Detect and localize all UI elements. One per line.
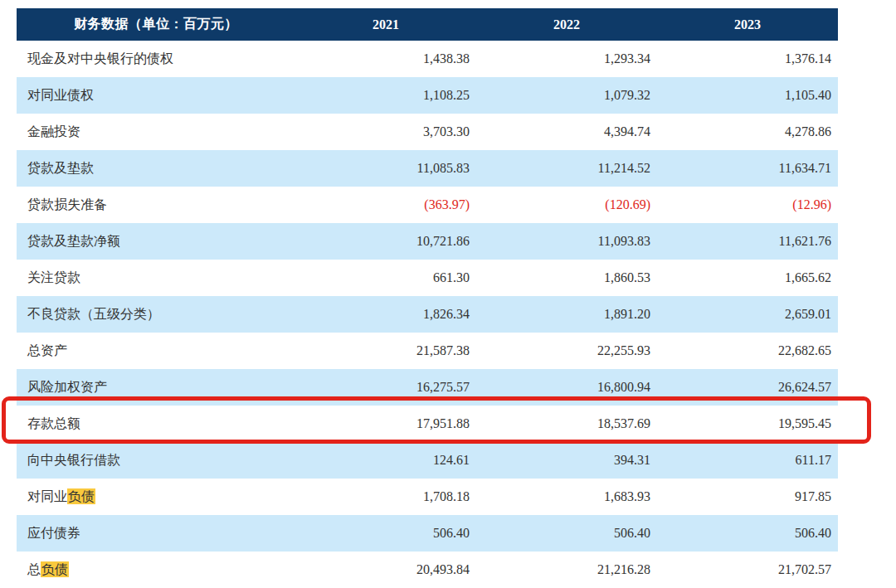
cell-value: 11,085.83 [295,161,476,176]
label-text: 关注贷款 [27,270,80,284]
page: 财务数据（单位：百万元） 202120222023 现金及对中央银行的债权1,4… [0,0,896,588]
row-label: 向中央银行借款 [17,452,295,469]
cell-value: 20,493.84 [295,562,476,577]
cell-value: 11,093.83 [476,234,657,249]
row-label: 总资产 [17,343,295,360]
cell-value: 506.40 [476,526,657,541]
cell-value: 1,376.14 [657,51,838,66]
yellow-highlighted-text: 负债 [67,488,95,504]
cell-value: 11,634.71 [657,161,838,176]
cell-value: 917.85 [657,489,838,504]
cell-value: 1,438.38 [295,51,476,66]
cell-value: 21,216.28 [476,562,657,577]
cell-value-negative: (363.97) [295,197,476,212]
cell-value: 3,703.30 [295,124,476,139]
table-header-row: 财务数据（单位：百万元） 202120222023 [17,8,838,41]
cell-value: 1,105.40 [657,88,838,103]
cell-value: 22,255.93 [476,343,657,358]
label-text: 不良贷款（五级分类） [27,307,160,321]
label-text: 金融投资 [27,124,80,138]
red-annotation-box [2,396,871,444]
row-label: 现金及对中央银行的债权 [17,51,295,68]
cell-value: 124.61 [295,453,476,468]
label-text: 对同业 [27,489,67,503]
cell-value: 661.30 [295,270,476,285]
cell-value: 21,702.57 [657,562,838,577]
cell-value: 4,278.86 [657,124,838,139]
table-row: 关注贷款661.301,860.531,665.62 [17,260,838,296]
table-row: 现金及对中央银行的债权1,438.381,293.341,376.14 [17,41,838,77]
label-text: 总 [27,562,41,576]
label-text: 贷款损失准备 [27,197,107,211]
table-row: 贷款损失准备(363.97)(120.69)(12.96) [17,187,838,223]
table-row: 贷款及垫款净额10,721.8611,093.8311,621.76 [17,223,838,260]
cell-value-negative: (120.69) [476,197,657,212]
label-text: 贷款及垫款 [27,161,94,175]
cell-value-negative: (12.96) [657,197,838,212]
cell-value: 26,624.57 [657,380,838,395]
cell-value: 1,891.20 [476,307,657,322]
row-label: 对同业债权 [17,87,295,104]
table-row: 应付债券506.40506.40506.40 [17,515,838,552]
cell-value: 394.31 [476,453,657,468]
cell-value: 1,665.62 [657,270,838,285]
cell-value: 506.40 [657,526,838,541]
cell-value: 1,860.53 [476,270,657,285]
year-column-header: 2023 [657,17,838,32]
label-text: 应付债券 [27,526,80,540]
row-label: 对同业负债 [17,488,295,506]
cell-value: 22,682.65 [657,343,838,358]
cell-value: 506.40 [295,526,476,541]
label-text: 对同业债权 [27,88,94,102]
cell-value: 1,708.18 [295,489,476,504]
cell-value: 1,683.93 [476,489,657,504]
table-row: 总资产21,587.3822,255.9322,682.65 [17,333,838,369]
row-label: 应付债券 [17,525,295,542]
table-body: 现金及对中央银行的债权1,438.381,293.341,376.14对同业债权… [17,41,838,588]
table-row: 贷款及垫款11,085.8311,214.5211,634.71 [17,150,838,187]
year-column-header: 2021 [295,17,476,32]
row-label: 风险加权资产 [17,379,295,396]
cell-value: 21,587.38 [295,343,476,358]
cell-value: 16,800.94 [476,380,657,395]
yellow-highlighted-text: 负债 [41,561,69,577]
table-row: 对同业债权1,108.251,079.321,105.40 [17,77,838,114]
cell-value: 11,621.76 [657,234,838,249]
table-row: 金融投资3,703.304,394.744,278.86 [17,114,838,150]
row-label: 贷款及垫款 [17,160,295,177]
row-label: 金融投资 [17,124,295,141]
year-column-header: 2022 [476,17,657,32]
table-header-title: 财务数据（单位：百万元） [17,16,295,33]
cell-value: 2,659.01 [657,307,838,322]
label-text: 向中央银行借款 [27,453,120,467]
label-text: 总资产 [27,343,67,357]
cell-value: 16,275.57 [295,380,476,395]
cell-value: 11,214.52 [476,161,657,176]
table-row: 不良贷款（五级分类）1,826.341,891.202,659.01 [17,296,838,333]
row-label: 贷款损失准备 [17,197,295,214]
label-text: 风险加权资产 [27,380,107,394]
cell-value: 10,721.86 [295,234,476,249]
cell-value: 1,826.34 [295,307,476,322]
table-row: 总负债20,493.8421,216.2821,702.57 [17,552,838,588]
cell-value: 1,108.25 [295,88,476,103]
cell-value: 1,079.32 [476,88,657,103]
table-row: 对同业负债1,708.181,683.93917.85 [17,479,838,515]
financial-data-table: 财务数据（单位：百万元） 202120222023 现金及对中央银行的债权1,4… [17,8,838,588]
table-row: 向中央银行借款124.61394.31611.17 [17,442,838,479]
label-text: 现金及对中央银行的债权 [27,51,173,66]
cell-value: 4,394.74 [476,124,657,139]
row-label: 贷款及垫款净额 [17,233,295,250]
row-label: 总负债 [17,561,295,579]
row-label: 不良贷款（五级分类） [17,306,295,323]
row-label: 关注贷款 [17,270,295,287]
cell-value: 1,293.34 [476,51,657,66]
label-text: 贷款及垫款净额 [27,234,120,248]
cell-value: 611.17 [657,453,838,468]
